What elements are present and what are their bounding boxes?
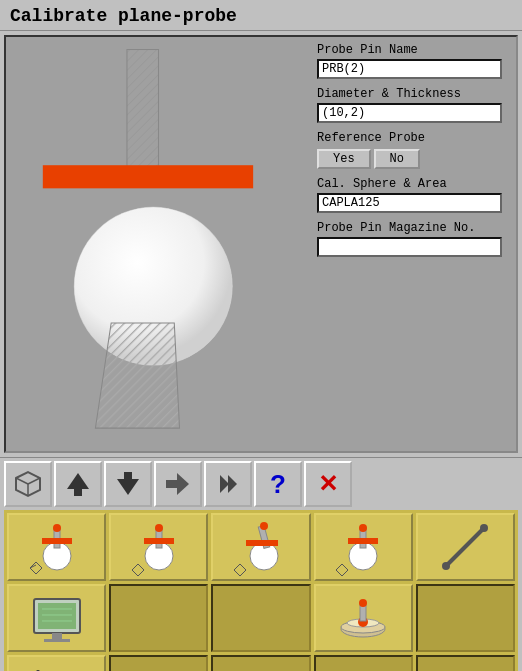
- probe-side-svg: [130, 518, 188, 576]
- svg-rect-2: [127, 50, 159, 176]
- double-arrow-icon: [213, 469, 243, 499]
- svg-marker-16: [177, 473, 189, 495]
- close-icon: ✕: [318, 470, 338, 498]
- empty-cell-7: [416, 655, 515, 671]
- svg-rect-55: [360, 605, 366, 621]
- forward-button[interactable]: [204, 461, 252, 507]
- svg-line-40: [446, 528, 484, 566]
- probe-pin-name-section: Probe Pin Name: [317, 43, 510, 79]
- dish-icon-button[interactable]: [314, 584, 413, 652]
- svg-rect-13: [124, 472, 132, 479]
- line-tool-svg: [436, 518, 494, 576]
- svg-rect-49: [52, 633, 62, 639]
- svg-rect-45: [38, 603, 76, 629]
- probe-angled-svg: [232, 518, 290, 576]
- probe-top-icon-button[interactable]: [7, 513, 106, 581]
- close-button[interactable]: ✕: [304, 461, 352, 507]
- axes-icon-button[interactable]: [7, 655, 106, 671]
- svg-marker-14: [117, 479, 139, 495]
- svg-point-42: [480, 524, 488, 532]
- svg-marker-29: [132, 564, 144, 576]
- svg-point-33: [260, 522, 268, 530]
- probe-side2-icon-button[interactable]: [314, 513, 413, 581]
- svg-marker-23: [30, 562, 42, 574]
- app-window: Calibrate plane-probe: [0, 0, 522, 671]
- empty-cell-3: [416, 584, 515, 652]
- yes-button[interactable]: Yes: [317, 149, 371, 169]
- svg-point-56: [359, 599, 367, 607]
- probe-pin-name-input[interactable]: [317, 59, 502, 79]
- app-title: Calibrate plane-probe: [10, 6, 237, 26]
- svg-rect-12: [74, 489, 82, 496]
- reference-probe-buttons: Yes No: [317, 149, 510, 169]
- empty-cell-1: [109, 584, 208, 652]
- screen-tool-icon-button[interactable]: [7, 584, 106, 652]
- diameter-thickness-input[interactable]: [317, 103, 502, 123]
- cal-sphere-input[interactable]: [317, 193, 502, 213]
- no-button[interactable]: No: [374, 149, 420, 169]
- screen-tool-svg: [28, 589, 86, 647]
- probe-pin-mag-label: Probe Pin Magazine No.: [317, 221, 510, 235]
- cal-sphere-label: Cal. Sphere & Area: [317, 177, 510, 191]
- probe-visualization-panel: [6, 37, 311, 451]
- toolbar: ? ✕: [0, 457, 522, 510]
- svg-rect-3: [43, 165, 253, 188]
- form-panel: Probe Pin Name Diameter & Thickness Refe…: [311, 37, 516, 451]
- down-arrow-icon: [113, 469, 143, 499]
- down-button[interactable]: [104, 461, 152, 507]
- diameter-thickness-label: Diameter & Thickness: [317, 87, 510, 101]
- probe-pin-mag-input[interactable]: [317, 237, 502, 257]
- 3d-box-button[interactable]: [4, 461, 52, 507]
- svg-rect-37: [348, 538, 378, 544]
- svg-line-9: [28, 478, 40, 484]
- content-area: Probe Pin Name Diameter & Thickness Refe…: [4, 35, 518, 453]
- probe-angled-icon-button[interactable]: [211, 513, 310, 581]
- svg-marker-18: [228, 475, 237, 493]
- help-button[interactable]: ?: [254, 461, 302, 507]
- question-mark-icon: ?: [270, 469, 286, 500]
- svg-marker-17: [220, 475, 229, 493]
- title-bar: Calibrate plane-probe: [0, 0, 522, 31]
- diameter-thickness-section: Diameter & Thickness: [317, 87, 510, 123]
- probe-side2-svg: [334, 518, 392, 576]
- svg-point-38: [359, 524, 367, 532]
- axes-svg: [28, 660, 86, 671]
- svg-marker-39: [336, 564, 348, 576]
- box-icon: [12, 468, 44, 500]
- empty-cell-6: [314, 655, 413, 671]
- svg-point-28: [155, 524, 163, 532]
- line-tool-icon-button[interactable]: [416, 513, 515, 581]
- empty-cell-2: [211, 584, 310, 652]
- icon-grid: [4, 510, 518, 671]
- cal-sphere-section: Cal. Sphere & Area: [317, 177, 510, 213]
- up-arrow-icon: [63, 469, 93, 499]
- probe-pin-mag-section: Probe Pin Magazine No.: [317, 221, 510, 257]
- up-button[interactable]: [54, 461, 102, 507]
- right-button[interactable]: [154, 461, 202, 507]
- reference-probe-section: Reference Probe Yes No: [317, 131, 510, 169]
- svg-point-41: [442, 562, 450, 570]
- empty-cell-5: [211, 655, 310, 671]
- right-arrow-icon: [163, 469, 193, 499]
- svg-rect-27: [144, 538, 174, 544]
- svg-marker-11: [67, 473, 89, 489]
- probe-top-svg: [28, 518, 86, 576]
- dish-svg: [334, 589, 392, 647]
- probe-diagram: [6, 37, 311, 451]
- svg-line-8: [16, 478, 28, 484]
- svg-rect-32: [246, 540, 278, 546]
- reference-probe-label: Reference Probe: [317, 131, 510, 145]
- probe-pin-name-label: Probe Pin Name: [317, 43, 510, 57]
- empty-cell-4: [109, 655, 208, 671]
- svg-rect-50: [44, 639, 70, 642]
- svg-point-22: [53, 524, 61, 532]
- svg-marker-34: [234, 564, 246, 576]
- svg-rect-21: [42, 538, 72, 544]
- probe-side-icon-button[interactable]: [109, 513, 208, 581]
